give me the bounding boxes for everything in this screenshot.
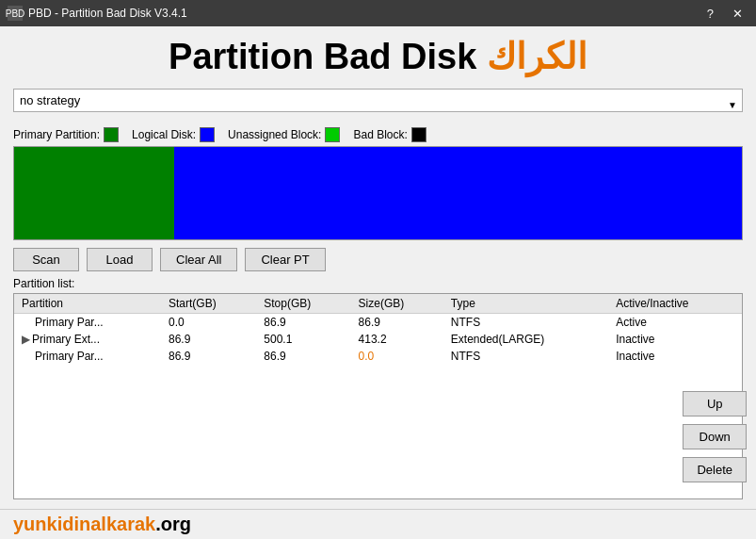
cell-start: 86.9: [161, 331, 256, 348]
legend-primary-label: Primary Partition:: [13, 128, 100, 141]
legend-primary-box: [104, 127, 119, 142]
legend-unassigned: Unassigned Block:: [228, 127, 340, 142]
cell-stop: 86.9: [256, 348, 350, 365]
action-buttons-row: Scan Load Clear All Clear PT: [13, 248, 743, 271]
partition-list-label: Partition list:: [13, 277, 743, 290]
cell-partition: ▶Primary Ext...: [14, 331, 161, 348]
col-size: Size(GB): [351, 294, 443, 314]
cell-partition: Primary Par...: [14, 314, 161, 332]
footer-bar: yunkidinalkarak.org: [0, 509, 756, 539]
cell-status: Active: [608, 314, 742, 332]
cell-type: NTFS: [443, 314, 608, 332]
table-row[interactable]: Primary Par...0.086.986.9NTFSActive: [14, 314, 742, 332]
window-title: PBD - Partition Bad Disk V3.4.1: [28, 7, 187, 20]
down-button[interactable]: Down: [683, 424, 747, 449]
app-title-main: Partition Bad Disk: [169, 37, 476, 76]
disk-logical-segment: [174, 147, 742, 239]
col-start: Start(GB): [161, 294, 256, 314]
disk-primary-segment: [14, 147, 174, 239]
delete-button[interactable]: Delete: [683, 457, 747, 482]
cell-status: Inactive: [608, 348, 742, 365]
cell-type: NTFS: [443, 348, 608, 365]
load-button[interactable]: Load: [87, 248, 153, 271]
col-partition: Partition: [14, 294, 161, 314]
app-icon-text: PBD: [6, 8, 25, 19]
side-buttons: Up Down Delete: [683, 391, 747, 482]
legend-logical-box: [200, 127, 215, 142]
legend-row: Primary Partition: Logical Disk: Unassig…: [13, 127, 743, 142]
cell-partition: Primary Par...: [14, 348, 161, 365]
cell-size: 413.2: [351, 331, 443, 348]
partition-table-container: Partition Start(GB) Stop(GB) Size(GB) Ty…: [13, 293, 743, 499]
cell-size: 0.0: [351, 348, 443, 365]
cell-start: 0.0: [161, 314, 256, 332]
legend-logical: Logical Disk:: [132, 127, 215, 142]
legend-bad: Bad Block:: [353, 127, 426, 142]
clear-pt-button[interactable]: Clear PT: [245, 248, 325, 271]
table-header-row: Partition Start(GB) Stop(GB) Size(GB) Ty…: [14, 294, 742, 314]
cell-status: Inactive: [608, 331, 742, 348]
col-active: Active/Inactive: [608, 294, 742, 314]
app-title-arabic: الكراك: [487, 37, 587, 76]
col-type: Type: [443, 294, 608, 314]
close-button[interactable]: ✕: [727, 5, 748, 23]
app-icon: PBD: [8, 6, 23, 21]
clear-all-button[interactable]: Clear All: [160, 248, 237, 271]
table-row[interactable]: Primary Par...86.986.90.0NTFSInactive: [14, 348, 742, 365]
legend-unassigned-label: Unassigned Block:: [228, 128, 321, 141]
help-button[interactable]: ?: [701, 5, 719, 23]
legend-bad-box: [411, 127, 426, 142]
legend-bad-label: Bad Block:: [353, 128, 407, 141]
scan-button[interactable]: Scan: [13, 248, 79, 271]
disk-visual: [13, 146, 743, 240]
expand-arrow-icon: ▶: [22, 333, 30, 346]
up-button[interactable]: Up: [683, 391, 747, 416]
partition-table-body: Primary Par...0.086.986.9NTFSActive▶Prim…: [14, 314, 742, 366]
cell-stop: 500.1: [256, 331, 350, 348]
footer-site-name: yunkidinalkarak: [13, 514, 155, 534]
strategy-dropdown[interactable]: no strategystrategy 1strategy 2: [13, 89, 743, 112]
app-title: Partition Bad Disk الكراك: [13, 36, 743, 77]
cell-size: 86.9: [351, 314, 443, 332]
title-bar: PBD PBD - Partition Bad Disk V3.4.1 ? ✕: [0, 0, 756, 26]
cell-stop: 86.9: [256, 314, 350, 332]
partition-table: Partition Start(GB) Stop(GB) Size(GB) Ty…: [14, 294, 742, 365]
legend-primary: Primary Partition:: [13, 127, 119, 142]
table-row[interactable]: ▶Primary Ext...86.9500.1413.2Extended(LA…: [14, 331, 742, 348]
footer-text: yunkidinalkarak.org: [13, 514, 743, 535]
cell-type: Extended(LARGE): [443, 331, 608, 348]
footer-site-org: .org: [155, 514, 191, 534]
legend-logical-label: Logical Disk:: [132, 128, 196, 141]
cell-start: 86.9: [161, 348, 256, 365]
legend-unassigned-box: [325, 127, 340, 142]
col-stop: Stop(GB): [256, 294, 350, 314]
